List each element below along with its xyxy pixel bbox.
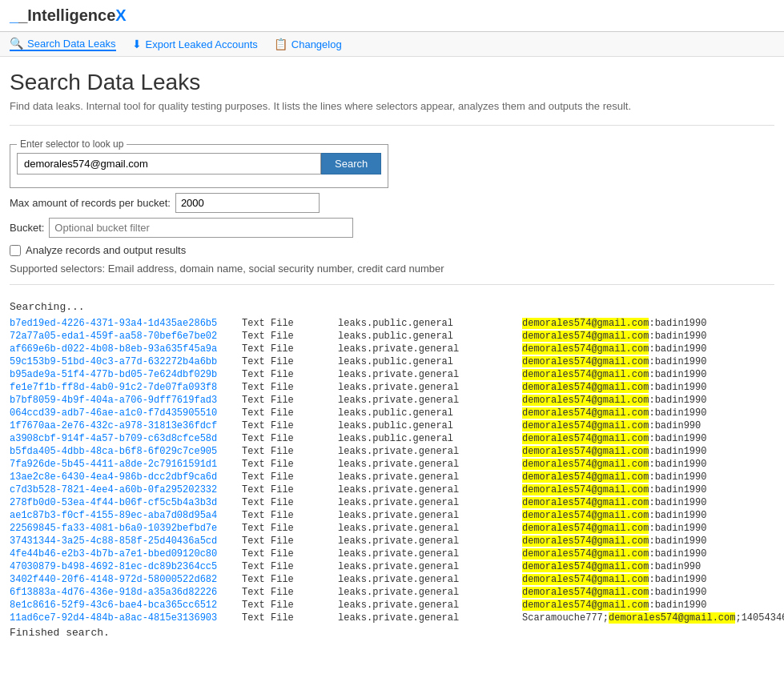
header: __IntelligenceX	[0, 0, 784, 32]
result-bucket: leaks.private.general	[338, 395, 522, 406]
export-icon: ⬇	[132, 38, 142, 50]
table-row: 278fb0d0-53ea-4f44-b06f-cf5c5b4a3b3d Tex…	[10, 497, 774, 508]
result-hash[interactable]: b95ade9a-51f4-477b-bd05-7e624dbf029b	[10, 369, 242, 380]
result-bucket: leaks.private.general	[338, 382, 522, 393]
result-type: Text File	[242, 484, 338, 495]
result-value: demorales574@gmail.com:badin1990	[522, 587, 706, 598]
result-hash[interactable]: b7ed19ed-4226-4371-93a4-1d435ae286b5	[10, 318, 242, 329]
highlight: demorales574@gmail.com	[522, 395, 649, 406]
result-type: Text File	[242, 612, 338, 624]
nav-changelog-label: Changelog	[291, 38, 342, 50]
analyze-checkbox[interactable]	[10, 245, 21, 256]
result-type: Text File	[242, 331, 338, 342]
result-hash[interactable]: ae1c87b3-f0cf-4155-89ec-aba7d08d95a4	[10, 510, 242, 521]
result-value: Scaramouche777;demorales574@gmail.com;14…	[522, 612, 784, 624]
result-hash[interactable]: 59c153b9-51bd-40c3-a77d-632272b4a6bb	[10, 356, 242, 367]
result-type: Text File	[242, 356, 338, 367]
results-area: Searching... b7ed19ed-4226-4371-93a4-1d4…	[10, 295, 774, 645]
logo-text: _Intelligence	[18, 6, 115, 24]
table-row: ae1c87b3-f0cf-4155-89ec-aba7d08d95a4 Tex…	[10, 510, 774, 521]
nav-changelog[interactable]: 📋 Changelog	[274, 38, 342, 50]
result-hash[interactable]: af669e6b-d022-4b08-b8eb-93a635f45a9a	[10, 343, 242, 355]
result-bucket: leaks.private.general	[338, 587, 522, 598]
selector-fieldset: Enter selector to look up Search	[10, 138, 388, 188]
bucket-label: Bucket:	[10, 222, 44, 234]
highlight: demorales574@gmail.com	[522, 433, 649, 444]
highlight: demorales574@gmail.com	[522, 446, 649, 457]
result-bucket: leaks.private.general	[338, 471, 522, 483]
result-bucket: leaks.private.general	[338, 612, 522, 624]
logo-underscore: _	[10, 6, 18, 24]
result-hash[interactable]: a3908cbf-914f-4a57-b709-c63d8cfce58d	[10, 433, 242, 444]
result-bucket: leaks.private.general	[338, 536, 522, 547]
highlight: demorales574@gmail.com	[522, 369, 649, 380]
result-bucket: leaks.private.general	[338, 548, 522, 560]
highlight: demorales574@gmail.com	[522, 407, 649, 419]
result-bucket: leaks.public.general	[338, 331, 522, 342]
result-type: Text File	[242, 600, 338, 611]
max-records-input[interactable]	[175, 193, 320, 213]
result-hash[interactable]: 7fa926de-5b45-4411-a8de-2c79161591d1	[10, 459, 242, 470]
result-bucket: leaks.private.general	[338, 459, 522, 470]
nav-export-label: Export Leaked Accounts	[146, 38, 258, 50]
table-row: 1f7670aa-2e76-432c-a978-31813e36fdcf Tex…	[10, 420, 774, 431]
result-hash[interactable]: 72a77a05-eda1-459f-aa58-70bef6e7be02	[10, 331, 242, 342]
highlight: demorales574@gmail.com	[522, 382, 649, 393]
result-bucket: leaks.public.general	[338, 356, 522, 367]
search-input[interactable]	[17, 153, 321, 175]
nav-export-leaked-accounts[interactable]: ⬇ Export Leaked Accounts	[132, 38, 258, 50]
result-type: Text File	[242, 561, 338, 572]
result-value: demorales574@gmail.com:badin1990	[522, 548, 706, 560]
result-hash[interactable]: 11ad6ce7-92d4-484b-a8ac-4815e3136903	[10, 612, 242, 624]
table-row: b7ed19ed-4226-4371-93a4-1d435ae286b5 Tex…	[10, 318, 774, 329]
bucket-input[interactable]	[49, 218, 353, 238]
result-bucket: leaks.public.general	[338, 433, 522, 444]
table-row: 11ad6ce7-92d4-484b-a8ac-4815e3136903 Tex…	[10, 612, 774, 624]
result-type: Text File	[242, 369, 338, 380]
result-hash[interactable]: 47030879-b498-4692-81ec-dc89b2364cc5	[10, 561, 242, 572]
result-hash[interactable]: 37431344-3a25-4c88-858f-25d40436a5cd	[10, 536, 242, 547]
analyze-label: Analyze records and output results	[26, 244, 186, 256]
highlight: demorales574@gmail.com	[522, 471, 649, 483]
result-hash[interactable]: 13ae2c8e-6430-4ea4-986b-dcc2dbf9ca6d	[10, 471, 242, 483]
result-hash[interactable]: 278fb0d0-53ea-4f44-b06f-cf5c5b4a3b3d	[10, 497, 242, 508]
result-hash[interactable]: b5fda405-4dbb-48ca-b6f8-6f029c7ce905	[10, 446, 242, 457]
result-bucket: leaks.private.general	[338, 510, 522, 521]
selector-legend: Enter selector to look up	[17, 138, 127, 150]
search-button[interactable]: Search	[321, 153, 381, 175]
result-hash[interactable]: fe1e7f1b-ff8d-4ab0-91c2-7de07fa093f8	[10, 382, 242, 393]
result-value: demorales574@gmail.com:badin1990	[522, 407, 706, 419]
result-value: demorales574@gmail.com:badin1990	[522, 510, 706, 521]
logo: __IntelligenceX	[10, 6, 127, 25]
result-hash[interactable]: 6f13883a-4d76-436e-918d-a35a36d82226	[10, 587, 242, 598]
table-row: b95ade9a-51f4-477b-bd05-7e624dbf029b Tex…	[10, 369, 774, 380]
result-hash[interactable]: 064ccd39-adb7-46ae-a1c0-f7d435905510	[10, 407, 242, 419]
result-hash[interactable]: 1f7670aa-2e76-432c-a978-31813e36fdcf	[10, 420, 242, 431]
result-bucket: leaks.private.general	[338, 600, 522, 611]
result-type: Text File	[242, 510, 338, 521]
result-value: demorales574@gmail.com:badin1990	[522, 523, 706, 534]
highlight: demorales574@gmail.com	[522, 561, 649, 572]
result-value: demorales574@gmail.com:badin1990	[522, 536, 706, 547]
highlight: demorales574@gmail.com	[522, 536, 649, 547]
highlight: demorales574@gmail.com	[522, 343, 649, 355]
result-type: Text File	[242, 497, 338, 508]
search-form: Enter selector to look up Search Max amo…	[10, 138, 774, 285]
page-description: Find data leaks. Internal tool for quali…	[10, 100, 774, 126]
table-row: b5fda405-4dbb-48ca-b6f8-6f029c7ce905 Tex…	[10, 446, 774, 457]
nav-search-data-leaks[interactable]: 🔍 Search Data Leaks	[10, 37, 116, 51]
table-row: fe1e7f1b-ff8d-4ab0-91c2-7de07fa093f8 Tex…	[10, 382, 774, 393]
result-bucket: leaks.private.general	[338, 523, 522, 534]
result-hash[interactable]: 3402f440-20f6-4148-972d-58000522d682	[10, 574, 242, 585]
result-hash[interactable]: 4fe44b46-e2b3-4b7b-a7e1-bbed09120c80	[10, 548, 242, 560]
analyze-row: Analyze records and output results	[10, 244, 774, 256]
result-hash[interactable]: b7bf8059-4b9f-404a-a706-9dff7619fad3	[10, 395, 242, 406]
table-row: 13ae2c8e-6430-4ea4-986b-dcc2dbf9ca6d Tex…	[10, 471, 774, 483]
result-hash[interactable]: 8e1c8616-52f9-43c6-bae4-bca365cc6512	[10, 600, 242, 611]
result-bucket: leaks.private.general	[338, 369, 522, 380]
result-hash[interactable]: 22569845-fa33-4081-b6a0-10392befbd7e	[10, 523, 242, 534]
nav: 🔍 Search Data Leaks ⬇ Export Leaked Acco…	[0, 32, 784, 57]
result-hash[interactable]: c7d3b528-7821-4ee4-a60b-0fa295202332	[10, 484, 242, 495]
highlight: demorales574@gmail.com	[522, 318, 649, 329]
highlight: demorales574@gmail.com	[522, 497, 649, 508]
